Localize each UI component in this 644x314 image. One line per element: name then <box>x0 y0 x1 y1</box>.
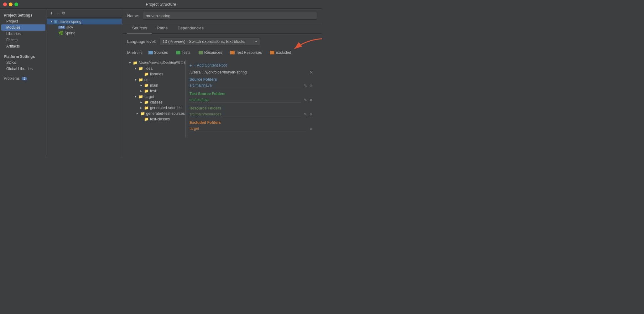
spring-icon: 🌿 <box>58 31 63 35</box>
ft-row-generated-test-sources[interactable]: 📁 generated-test-sources <box>127 111 185 116</box>
sidebar-item-artifacts[interactable]: Artifacts <box>0 43 47 49</box>
traffic-lights <box>3 3 18 6</box>
tree-content: ▣ maven-spring JPA JPA 🌿 Spring <box>47 18 122 157</box>
ft-label-classes: classes <box>150 100 163 104</box>
resource-folder-entry-0: src/main/resources ✎ ✕ <box>190 112 313 117</box>
minimize-button[interactable] <box>9 3 13 6</box>
ft-row-test-classes[interactable]: 📁 test-classes <box>127 116 185 122</box>
target-folder-icon: 📁 <box>138 94 143 99</box>
ft-row-libraries[interactable]: 📁 libraries <box>127 71 185 77</box>
ft-arrow-main <box>139 83 143 88</box>
close-button[interactable] <box>3 3 7 6</box>
resource-folder-path-0: src/main/resources <box>190 112 301 117</box>
generated-test-sources-folder-icon: 📁 <box>140 111 145 116</box>
mark-test-resources-button[interactable]: Test Resources <box>228 50 264 55</box>
ft-label-src: src <box>144 78 149 82</box>
ft-arrow-classes <box>139 100 143 104</box>
libraries-folder-icon: 📁 <box>144 72 149 76</box>
platform-settings-heading: Platform Settings <box>0 53 47 59</box>
excluded-folder-icon <box>270 51 274 54</box>
language-level-select-wrapper: 13 (Preview) - Switch expressions, text … <box>160 38 260 45</box>
remove-button[interactable]: − <box>55 11 60 16</box>
test-source-folder-actions-0: ✎ ✕ <box>303 98 313 102</box>
ft-row-target[interactable]: 📁 target <box>127 94 185 99</box>
test-source-folder-entry-0: src/test/java ✎ ✕ <box>190 97 313 103</box>
mark-as-label: Mark as: <box>127 50 143 55</box>
resources-folder-icon <box>199 51 203 54</box>
mark-excluded-button[interactable]: Excluded <box>267 50 293 55</box>
ft-label-test-classes: test-classes <box>150 117 170 121</box>
ft-row-src[interactable]: 📁 src <box>127 77 185 83</box>
ft-row-root[interactable]: 📁 /Users/xinwang/Desktop/项目信息/workfolder… <box>127 60 185 66</box>
tree-row-jpa[interactable]: JPA JPA <box>47 24 122 30</box>
tree-label-maven-spring: maven-spring <box>59 19 81 24</box>
problems-badge: 1 <box>22 77 27 80</box>
sidebar-problems[interactable]: Problems 1 <box>0 74 47 83</box>
tree-toolbar: + − ⧉ <box>47 9 122 18</box>
maximize-button[interactable] <box>14 3 18 6</box>
tabs-row: Sources Paths Dependencies <box>122 23 322 34</box>
language-level-label: Language level: <box>127 39 156 44</box>
ft-label-generated-sources: generated-sources <box>150 106 181 110</box>
tree-arrow-jpa <box>54 25 58 29</box>
test-classes-folder-icon: 📁 <box>144 117 149 121</box>
content-panel: Name: Sources Paths Dependencies Languag… <box>122 9 322 157</box>
tree-row-maven-spring[interactable]: ▣ maven-spring <box>47 19 122 24</box>
name-input[interactable] <box>143 12 317 20</box>
edit-resource-folder-0[interactable]: ✎ <box>303 112 308 117</box>
mark-sources-button[interactable]: Sources <box>146 50 170 55</box>
module-icon: ▣ <box>54 19 57 24</box>
close-roots-panel-button[interactable]: ✕ <box>309 70 313 75</box>
sidebar-item-project[interactable]: Project <box>0 18 47 24</box>
name-row: Name: <box>122 9 322 23</box>
add-content-root[interactable]: + + Add Content Root <box>190 62 313 70</box>
mark-resources-button[interactable]: Resources <box>196 50 225 55</box>
sidebar-item-facets[interactable]: Facets <box>0 37 47 43</box>
ft-arrow-test-classes <box>139 117 143 121</box>
ft-arrow-target <box>133 94 138 99</box>
test-source-folders-title: Test Source Folders <box>190 92 313 96</box>
ft-row-classes[interactable]: 📁 classes <box>127 99 185 105</box>
sidebar-item-global-libraries[interactable]: Global Libraries <box>0 66 47 72</box>
mark-tests-button[interactable]: Tests <box>174 50 193 55</box>
ft-row-test[interactable]: 📁 test <box>127 88 185 94</box>
excluded-folders-section: Excluded Folders target ✕ <box>190 120 313 132</box>
ft-row-idea[interactable]: 📁 .idea <box>127 66 185 71</box>
tab-sources[interactable]: Sources <box>127 23 152 33</box>
main-folder-icon: 📁 <box>144 83 149 88</box>
test-resources-folder-icon <box>230 51 235 54</box>
copy-button[interactable]: ⧉ <box>62 11 66 15</box>
sidebar-item-libraries[interactable]: Libraries <box>0 31 47 37</box>
edit-test-source-folder-0[interactable]: ✎ <box>303 98 308 102</box>
sidebar-item-sdks[interactable]: SDKs <box>0 59 47 66</box>
language-level-row: Language level: 13 (Preview) - Switch ex… <box>127 38 317 45</box>
excluded-folder-entry-0: target ✕ <box>190 126 313 132</box>
resource-folders-section: Resource Folders src/main/resources ✎ ✕ <box>190 106 313 117</box>
edit-source-folder-0[interactable]: ✎ <box>303 84 308 88</box>
excluded-folder-actions-0: ✕ <box>309 127 313 131</box>
ft-row-generated-sources[interactable]: 📁 generated-sources <box>127 105 185 111</box>
ft-row-main[interactable]: 📁 main <box>127 83 185 88</box>
roots-panel: + + Add Content Root /Users/.../workfold… <box>185 60 317 137</box>
expand-arrow-maven-spring[interactable] <box>49 19 54 24</box>
tree-label-jpa: JPA <box>66 25 73 29</box>
source-folders-section: Source Folders src/main/java ✎ ✕ <box>190 77 313 89</box>
remove-test-source-folder-0[interactable]: ✕ <box>309 98 313 102</box>
add-button[interactable]: + <box>49 11 54 16</box>
title-bar: Project Structure <box>0 0 322 9</box>
ft-label-target: target <box>144 94 154 99</box>
remove-source-folder-0[interactable]: ✕ <box>309 84 313 88</box>
remove-excluded-folder-0[interactable]: ✕ <box>309 127 313 131</box>
roots-path-title: /Users/.../workfolder/maven-spring <box>190 70 247 74</box>
jpa-icon: JPA <box>58 26 65 29</box>
tree-row-spring[interactable]: 🌿 Spring <box>47 30 122 36</box>
language-level-select[interactable]: 13 (Preview) - Switch expressions, text … <box>160 38 260 45</box>
sidebar-item-modules[interactable]: Modules <box>1 24 45 31</box>
sources-content: Language level: 13 (Preview) - Switch ex… <box>122 34 322 157</box>
test-folder-icon: 📁 <box>144 89 149 93</box>
roots-path-header: /Users/.../workfolder/maven-spring ✕ <box>190 70 313 75</box>
remove-resource-folder-0[interactable]: ✕ <box>309 112 313 117</box>
tab-dependencies[interactable]: Dependencies <box>173 23 209 33</box>
source-folder-actions-0: ✎ ✕ <box>303 84 313 88</box>
tab-paths[interactable]: Paths <box>152 23 173 33</box>
